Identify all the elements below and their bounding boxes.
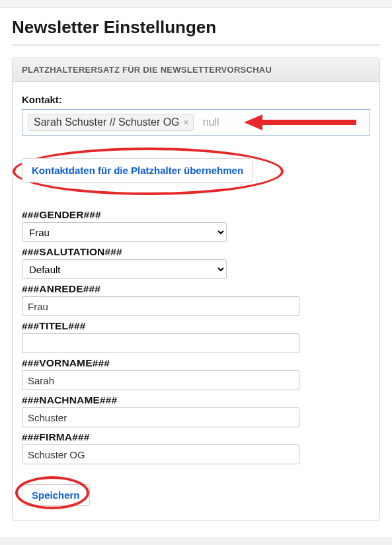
- contact-tag: Sarah Schuster // Schuster OG ×: [28, 114, 194, 131]
- label-nachname: ###NACHNAME###: [22, 394, 370, 406]
- panel-header: PLATZHALTERERSATZ FÜR DIE NEWSLETTERVORS…: [13, 58, 379, 82]
- input-anrede[interactable]: [22, 296, 299, 316]
- label-vorname: ###VORNAME###: [22, 357, 370, 369]
- remove-tag-icon[interactable]: ×: [184, 117, 189, 128]
- label-anrede: ###ANREDE###: [22, 283, 370, 295]
- select-salutation[interactable]: Default: [22, 259, 227, 279]
- page: Newsletter Einstellungen PLATZHALTERERSA…: [0, 8, 392, 537]
- apply-contact-button[interactable]: Kontaktdaten für die Platzhalter überneh…: [22, 158, 253, 183]
- annotation-arrow-icon: [244, 112, 363, 132]
- label-firma: ###FIRMA###: [22, 431, 370, 443]
- apply-button-wrap: Kontaktdaten für die Platzhalter überneh…: [22, 158, 253, 183]
- placeholder-panel: PLATZHALTERERSATZ FÜR DIE NEWSLETTERVORS…: [12, 58, 380, 521]
- svg-rect-0: [257, 120, 356, 125]
- top-bar: [0, 0, 392, 8]
- label-gender: ###GENDER###: [22, 209, 370, 221]
- label-salutation: ###SALUTATION###: [22, 246, 370, 258]
- contact-label: Kontakt:: [22, 94, 370, 105]
- save-button-wrap: Speichern: [22, 484, 90, 506]
- panel-body: Kontakt: Sarah Schuster // Schuster OG ×…: [13, 82, 379, 521]
- label-titel: ###TITEL###: [22, 320, 370, 332]
- contact-null-text: null: [199, 116, 219, 128]
- input-nachname[interactable]: [22, 407, 299, 427]
- input-titel[interactable]: [22, 333, 299, 353]
- contact-tag-text: Sarah Schuster // Schuster OG: [34, 116, 180, 128]
- save-button[interactable]: Speichern: [22, 484, 90, 506]
- svg-marker-1: [244, 114, 262, 130]
- input-vorname[interactable]: [22, 370, 299, 390]
- input-firma[interactable]: [22, 444, 299, 464]
- page-title: Newsletter Einstellungen: [12, 17, 380, 46]
- placeholder-fields: ###GENDER### Frau ###SALUTATION### Defau…: [22, 209, 370, 464]
- contact-input[interactable]: Sarah Schuster // Schuster OG × null: [22, 109, 370, 136]
- select-gender[interactable]: Frau: [22, 222, 227, 242]
